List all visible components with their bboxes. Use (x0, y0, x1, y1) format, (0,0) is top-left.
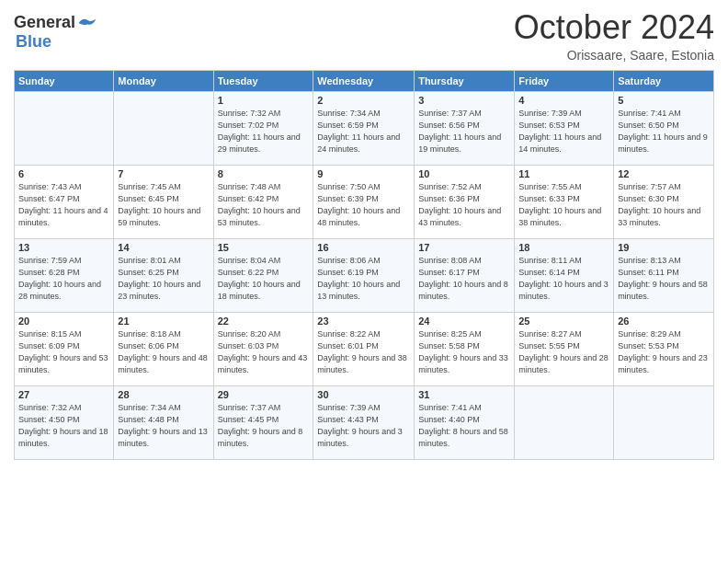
day-info: Sunrise: 8:15 AM Sunset: 6:09 PM Dayligh… (18, 328, 109, 376)
day-cell: 18Sunrise: 8:11 AM Sunset: 6:14 PM Dayli… (515, 238, 614, 312)
day-cell: 7Sunrise: 7:45 AM Sunset: 6:45 PM Daylig… (114, 165, 213, 238)
day-number: 13 (18, 242, 109, 253)
day-number: 19 (618, 242, 710, 253)
day-number: 25 (518, 316, 609, 327)
day-number: 30 (317, 389, 410, 400)
day-info: Sunrise: 8:22 AM Sunset: 6:01 PM Dayligh… (317, 328, 410, 376)
day-info: Sunrise: 7:59 AM Sunset: 6:28 PM Dayligh… (18, 255, 109, 303)
day-cell: 2Sunrise: 7:34 AM Sunset: 6:59 PM Daylig… (313, 91, 415, 165)
location: Orissaare, Saare, Estonia (514, 48, 714, 63)
day-info: Sunrise: 7:55 AM Sunset: 6:33 PM Dayligh… (518, 181, 609, 229)
day-info: Sunrise: 7:37 AM Sunset: 4:45 PM Dayligh… (218, 402, 310, 450)
logo: General Blue (14, 13, 97, 52)
day-number: 27 (18, 389, 109, 400)
day-number: 14 (118, 242, 209, 253)
day-number: 15 (218, 242, 310, 253)
day-info: Sunrise: 8:04 AM Sunset: 6:22 PM Dayligh… (218, 255, 310, 303)
day-cell: 24Sunrise: 8:25 AM Sunset: 5:58 PM Dayli… (415, 312, 515, 385)
day-cell: 20Sunrise: 8:15 AM Sunset: 6:09 PM Dayli… (15, 312, 114, 385)
day-info: Sunrise: 8:25 AM Sunset: 5:58 PM Dayligh… (418, 328, 510, 376)
header: General Blue October 2024 Orissaare, Saa… (14, 9, 714, 63)
day-number: 3 (418, 95, 510, 106)
day-cell: 12Sunrise: 7:57 AM Sunset: 6:30 PM Dayli… (614, 165, 714, 238)
day-info: Sunrise: 8:20 AM Sunset: 6:03 PM Dayligh… (218, 328, 310, 376)
header-row: Sunday Monday Tuesday Wednesday Thursday… (15, 70, 714, 91)
week-row-0: 1Sunrise: 7:32 AM Sunset: 7:02 PM Daylig… (15, 91, 714, 165)
day-info: Sunrise: 8:18 AM Sunset: 6:06 PM Dayligh… (118, 328, 209, 376)
day-cell (614, 385, 714, 459)
day-number: 17 (418, 242, 510, 253)
page: General Blue October 2024 Orissaare, Saa… (0, 0, 728, 563)
day-info: Sunrise: 7:37 AM Sunset: 6:56 PM Dayligh… (418, 108, 510, 155)
logo-text: General (14, 13, 97, 32)
day-info: Sunrise: 8:11 AM Sunset: 6:14 PM Dayligh… (518, 255, 609, 303)
day-info: Sunrise: 7:32 AM Sunset: 7:02 PM Dayligh… (218, 108, 310, 155)
day-cell: 9Sunrise: 7:50 AM Sunset: 6:39 PM Daylig… (313, 165, 415, 238)
day-cell: 10Sunrise: 7:52 AM Sunset: 6:36 PM Dayli… (415, 165, 515, 238)
day-cell: 17Sunrise: 8:08 AM Sunset: 6:17 PM Dayli… (415, 238, 515, 312)
header-tuesday: Tuesday (213, 70, 313, 91)
day-info: Sunrise: 8:29 AM Sunset: 5:53 PM Dayligh… (618, 328, 710, 376)
day-info: Sunrise: 8:08 AM Sunset: 6:17 PM Dayligh… (418, 255, 510, 303)
day-info: Sunrise: 8:13 AM Sunset: 6:11 PM Dayligh… (618, 255, 710, 303)
day-cell: 19Sunrise: 8:13 AM Sunset: 6:11 PM Dayli… (614, 238, 714, 312)
day-number: 2 (317, 95, 410, 106)
week-row-1: 6Sunrise: 7:43 AM Sunset: 6:47 PM Daylig… (15, 165, 714, 238)
header-saturday: Saturday (614, 70, 714, 91)
day-cell: 8Sunrise: 7:48 AM Sunset: 6:42 PM Daylig… (213, 165, 313, 238)
day-number: 29 (218, 389, 310, 400)
day-cell: 29Sunrise: 7:37 AM Sunset: 4:45 PM Dayli… (213, 385, 313, 459)
day-number: 22 (218, 316, 310, 327)
day-number: 20 (18, 316, 109, 327)
logo-bird-icon (77, 15, 97, 31)
day-info: Sunrise: 7:34 AM Sunset: 6:59 PM Dayligh… (317, 108, 410, 155)
week-row-2: 13Sunrise: 7:59 AM Sunset: 6:28 PM Dayli… (15, 238, 714, 312)
day-info: Sunrise: 8:06 AM Sunset: 6:19 PM Dayligh… (317, 255, 410, 303)
header-thursday: Thursday (415, 70, 515, 91)
month-title: October 2024 (514, 9, 714, 46)
day-info: Sunrise: 7:45 AM Sunset: 6:45 PM Dayligh… (118, 181, 209, 229)
day-info: Sunrise: 8:01 AM Sunset: 6:25 PM Dayligh… (118, 255, 209, 303)
day-info: Sunrise: 7:50 AM Sunset: 6:39 PM Dayligh… (317, 181, 410, 229)
logo-blue: Blue (16, 32, 51, 52)
day-info: Sunrise: 7:57 AM Sunset: 6:30 PM Dayligh… (618, 181, 710, 229)
day-cell (114, 91, 213, 165)
week-row-3: 20Sunrise: 8:15 AM Sunset: 6:09 PM Dayli… (15, 312, 714, 385)
day-cell: 22Sunrise: 8:20 AM Sunset: 6:03 PM Dayli… (213, 312, 313, 385)
day-cell: 23Sunrise: 8:22 AM Sunset: 6:01 PM Dayli… (313, 312, 415, 385)
header-monday: Monday (114, 70, 213, 91)
day-cell: 31Sunrise: 7:41 AM Sunset: 4:40 PM Dayli… (415, 385, 515, 459)
day-info: Sunrise: 8:27 AM Sunset: 5:55 PM Dayligh… (518, 328, 609, 376)
day-info: Sunrise: 7:41 AM Sunset: 6:50 PM Dayligh… (618, 108, 710, 155)
day-cell (515, 385, 614, 459)
day-number: 11 (518, 168, 609, 179)
day-cell: 11Sunrise: 7:55 AM Sunset: 6:33 PM Dayli… (515, 165, 614, 238)
day-number: 28 (118, 389, 209, 400)
day-info: Sunrise: 7:43 AM Sunset: 6:47 PM Dayligh… (18, 181, 109, 229)
day-cell: 6Sunrise: 7:43 AM Sunset: 6:47 PM Daylig… (15, 165, 114, 238)
day-cell: 30Sunrise: 7:39 AM Sunset: 4:43 PM Dayli… (313, 385, 415, 459)
day-cell: 14Sunrise: 8:01 AM Sunset: 6:25 PM Dayli… (114, 238, 213, 312)
day-number: 9 (317, 168, 410, 179)
day-number: 23 (317, 316, 410, 327)
day-number: 31 (418, 389, 510, 400)
day-cell: 25Sunrise: 8:27 AM Sunset: 5:55 PM Dayli… (515, 312, 614, 385)
day-number: 6 (18, 168, 109, 179)
day-cell: 1Sunrise: 7:32 AM Sunset: 7:02 PM Daylig… (213, 91, 313, 165)
day-cell: 28Sunrise: 7:34 AM Sunset: 4:48 PM Dayli… (114, 385, 213, 459)
day-number: 5 (618, 95, 710, 106)
day-number: 1 (218, 95, 310, 106)
day-number: 10 (418, 168, 510, 179)
day-cell: 3Sunrise: 7:37 AM Sunset: 6:56 PM Daylig… (415, 91, 515, 165)
day-number: 12 (618, 168, 710, 179)
day-number: 21 (118, 316, 209, 327)
day-number: 4 (518, 95, 609, 106)
day-cell: 21Sunrise: 8:18 AM Sunset: 6:06 PM Dayli… (114, 312, 213, 385)
day-cell: 16Sunrise: 8:06 AM Sunset: 6:19 PM Dayli… (313, 238, 415, 312)
day-number: 18 (518, 242, 609, 253)
calendar-table: Sunday Monday Tuesday Wednesday Thursday… (14, 70, 714, 460)
day-info: Sunrise: 7:34 AM Sunset: 4:48 PM Dayligh… (118, 402, 209, 450)
day-number: 16 (317, 242, 410, 253)
day-cell: 26Sunrise: 8:29 AM Sunset: 5:53 PM Dayli… (614, 312, 714, 385)
header-friday: Friday (515, 70, 614, 91)
